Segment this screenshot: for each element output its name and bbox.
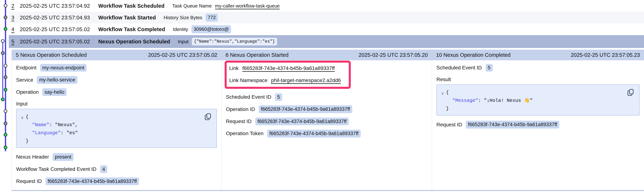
field-operation: Operationsay-hello: [16, 88, 217, 96]
field-label: Scheduled Event ID: [436, 65, 482, 71]
field-value-badge: f665283f-743e-4374-b45b-9a61a89337ff: [466, 121, 559, 128]
started-event-dot[interactable]: [1, 52, 4, 55]
pending-event-dot[interactable]: [4, 4, 7, 7]
field-label: Operation Token: [226, 131, 264, 136]
event-meta-badge: 30960@totoro@: [192, 25, 231, 33]
field-scheduled-event-id: Scheduled Event ID5: [226, 93, 428, 101]
event-meta-label: History Size Bytes: [164, 15, 202, 20]
copy-icon[interactable]: [627, 88, 634, 97]
event-name: Workflow Task Completed: [98, 26, 165, 32]
field-label: Request ID: [436, 122, 462, 128]
field-label: Scheduled Event ID: [226, 94, 272, 100]
field-nexus-header: Nexus Headerpresent: [16, 153, 217, 161]
json-text: {: [446, 90, 449, 95]
code-line: "Message": "¡Hola! Nexus 👋": [441, 96, 617, 105]
panel-header: 5 Nexus Operation Scheduled2025-02-25 UT…: [12, 50, 221, 60]
field-label: Request ID: [16, 178, 42, 184]
field-link-namespace: Link Namespacephil-target-namespace2.a2d…: [229, 77, 346, 84]
code-line: ∨{: [441, 88, 617, 96]
event-meta-label: Task Queue Name: [172, 3, 212, 9]
panel-timestamp: 2025-02-25 UTC 23:57:05.02: [148, 52, 217, 58]
event-name: Workflow Task Scheduled: [98, 3, 164, 9]
event-timestamp: 2025-02-25 UTC 23:57:04.92: [20, 3, 98, 9]
field-scheduled-event-id: Scheduled Event ID5: [436, 64, 640, 72]
field-request-id: Request IDf665283f-743e-4374-b45b-9a61a8…: [226, 118, 428, 125]
completed-event-dot[interactable]: [4, 27, 7, 30]
payload-label: Result: [436, 76, 640, 83]
panel-header: 6 Nexus Operation Started2025-02-25 UTC …: [222, 50, 432, 60]
json-text: : "es": [61, 130, 78, 136]
pending-event-dot[interactable]: [4, 110, 7, 113]
link-highlight-annotation: Linkf665283f-743e-4374-b45b-9a61a89337ff…: [225, 61, 351, 89]
panel-timestamp: 2025-02-25 UTC 23:57:05.20: [359, 52, 428, 58]
field-value-badge: f665283f-743e-4374-b45b-9a61a89337ff: [267, 130, 361, 137]
started-event-dot[interactable]: [4, 16, 7, 19]
field-input: Input∨{"Name": "Nexus","Language": "es"}: [16, 100, 217, 148]
panel-timestamp: 2025-02-25 UTC 23:57:05.23: [571, 52, 640, 58]
field-request-id: Request IDf665283f-743e-4374-b45b-9a61a8…: [16, 178, 217, 185]
event-timeline: [0, 0, 9, 193]
chevron-down-icon[interactable]: ∨: [21, 114, 24, 122]
event-id-link[interactable]: 2: [11, 3, 14, 9]
field-value-badge: 4: [100, 165, 107, 173]
json-text: }: [446, 106, 449, 111]
event-meta: Task Queue Namemy-caller-workflow-task-q…: [172, 3, 280, 9]
event-name: Workflow Task Started: [98, 15, 156, 21]
field-label: Workflow Task Completed Event ID: [16, 166, 96, 172]
code-line: ∨{: [21, 113, 194, 121]
started-event-dot[interactable]: [4, 76, 7, 79]
completed-event-dot[interactable]: [1, 98, 4, 101]
field-value-badge: say-hello: [42, 88, 66, 96]
event-row-3[interactable]: 32025-02-25 UTC 23:57:04.93Workflow Task…: [9, 12, 644, 23]
pending-event-dot[interactable]: [4, 64, 7, 67]
chevron-down-icon[interactable]: ∨: [441, 89, 444, 97]
started-event-dot[interactable]: [4, 122, 7, 125]
field-value-badge: f665283f-743e-4374-b45b-9a61a89337ff: [255, 118, 349, 125]
field-label: Operation ID: [226, 106, 255, 112]
event-id-link[interactable]: 5: [11, 39, 14, 44]
event-meta-label: Identity: [173, 26, 188, 32]
event-meta: History Size Bytes772: [164, 13, 218, 21]
event-meta: Identity30960@totoro@: [173, 25, 231, 33]
event-id-link[interactable]: 4: [11, 26, 14, 32]
workflow-history-view: 22025-02-25 UTC 23:57:04.92Workflow Task…: [0, 0, 644, 193]
event-row-5[interactable]: 52025-02-25 UTC 23:57:05.02Nexus Operati…: [9, 35, 644, 48]
code-line: "Language": "es": [21, 129, 194, 137]
event-id-link[interactable]: 3: [11, 15, 14, 20]
code-line: "Name": "Nexus",: [21, 121, 194, 129]
event-row-2[interactable]: 22025-02-25 UTC 23:57:04.92Workflow Task…: [9, 0, 644, 12]
panel-title: 6 Nexus Operation Started: [226, 52, 288, 58]
json-text: : "¡Hola! Nexus 👋": [478, 98, 533, 103]
field-value-badge: my-hello-service: [37, 76, 78, 84]
pending-event-dot[interactable]: [1, 39, 4, 43]
field-value-badge: present: [53, 153, 74, 161]
field-label: Link Namespace: [229, 77, 268, 83]
json-text: : "Nexus",: [49, 122, 78, 128]
field-value-badge: my-nexus-endpoint: [40, 64, 87, 72]
copy-icon[interactable]: [204, 113, 212, 121]
field-workflow-task-completed-event-id: Workflow Task Completed Event ID4: [16, 165, 217, 173]
event-detail-panel-5: 5 Nexus Operation Scheduled2025-02-25 UT…: [12, 50, 222, 190]
field-label: Endpoint: [16, 65, 36, 71]
json-text: }: [26, 138, 28, 144]
field-operation-id: Operation IDf665283f-743e-4374-b45b-9a61…: [226, 105, 428, 113]
panel-title: 10 Nexus Operation Completed: [436, 52, 510, 58]
field-value-link[interactable]: f665283f-743e-4374-b45b-9a61a89337ff: [242, 65, 335, 71]
completed-event-dot[interactable]: [4, 146, 7, 149]
event-list: 22025-02-25 UTC 23:57:04.92Workflow Task…: [9, 0, 644, 48]
field-value-link[interactable]: phil-target-namespace2.a2dd6: [271, 77, 341, 83]
event-meta: Input{"Name":"Nexus","Language":"es"}: [178, 38, 277, 45]
event-timestamp: 2025-02-25 UTC 23:57:05.02: [20, 26, 98, 32]
panel-title: 5 Nexus Operation Scheduled: [16, 52, 87, 58]
field-endpoint: Endpointmy-nexus-endpoint: [16, 64, 217, 72]
field-label: Link: [229, 65, 238, 71]
event-row-4[interactable]: 42025-02-25 UTC 23:57:05.02Workflow Task…: [9, 23, 644, 35]
completed-event-dot[interactable]: [4, 88, 7, 91]
field-label: Service: [16, 77, 33, 83]
completed-event-dot[interactable]: [4, 133, 7, 136]
event-meta-link[interactable]: my-caller-workflow-task-queue: [215, 3, 280, 9]
json-payload-viewer: ∨{"Name": "Nexus","Language": "es"}: [16, 109, 217, 148]
event-name: Nexus Operation Scheduled: [98, 39, 170, 45]
event-detail-panels: 5 Nexus Operation Scheduled2025-02-25 UT…: [12, 50, 644, 191]
event-timestamp: 2025-02-25 UTC 23:57:04.93: [20, 15, 98, 21]
